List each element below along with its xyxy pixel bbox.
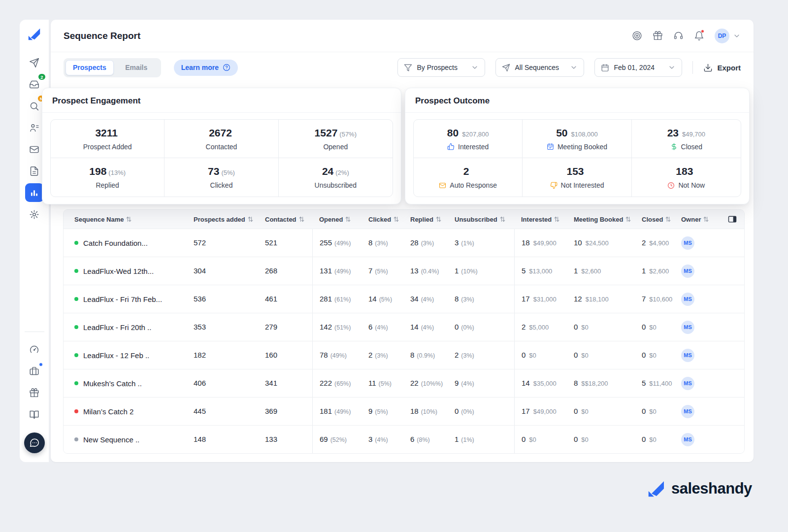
stat-value: 73 — [208, 166, 219, 177]
cell-amount: $49,900 — [533, 239, 557, 247]
learn-more-button[interactable]: Learn more — [174, 60, 238, 76]
sort-icon[interactable] — [394, 216, 399, 222]
column-header-contacted[interactable]: Contacted — [258, 216, 312, 223]
sequence-name[interactable]: Catch Foundation... — [83, 239, 148, 247]
column-header-owner[interactable]: Owner — [674, 216, 720, 223]
filter-icon — [404, 64, 412, 72]
sequence-name[interactable]: Milan’s Catch 2 — [83, 407, 133, 416]
download-icon — [703, 63, 713, 72]
target-icon[interactable] — [632, 31, 642, 41]
cell-closed: 0$0 — [635, 398, 674, 425]
bell-icon[interactable] — [694, 31, 704, 41]
column-header-meeting-booked[interactable]: Meeting Booked — [567, 216, 635, 223]
tab-emails[interactable]: Emails — [114, 60, 159, 75]
sort-icon[interactable] — [665, 216, 671, 222]
cell-interested: 5$13,000 — [514, 257, 567, 285]
cell-closed: 0$0 — [635, 426, 674, 453]
sidebar-item-usage[interactable] — [25, 340, 44, 359]
sidebar-item-prospect-search[interactable]: N — [25, 97, 44, 115]
chevron-down-icon[interactable] — [733, 32, 741, 40]
sidebar-item-resources[interactable] — [25, 405, 44, 424]
owner-avatar[interactable]: MS — [681, 433, 694, 446]
cell-value: 0 — [455, 323, 459, 331]
cell-value: 17 — [522, 407, 530, 415]
cell-clicked: 7(5%) — [361, 257, 403, 285]
sidebar-item-templates[interactable] — [25, 162, 44, 180]
cell-percent: (5%) — [375, 408, 388, 415]
column-header-sequence-name[interactable]: Sequence Name — [64, 216, 187, 223]
owner-avatar[interactable]: MS — [681, 293, 694, 306]
sidebar-item-settings[interactable] — [25, 205, 44, 224]
column-header-unsubscribed[interactable]: Unsubscribed — [448, 216, 514, 223]
sort-icon[interactable] — [554, 216, 559, 222]
table-row[interactable]: LeadFlux - Fri 7th Feb...536461281(61%)1… — [64, 285, 744, 313]
stat-label: Contacted — [206, 143, 237, 151]
sort-icon[interactable] — [500, 216, 505, 222]
cell-value: 8 — [368, 238, 372, 247]
sort-icon[interactable] — [625, 216, 631, 222]
stat-percent: (5%) — [221, 169, 234, 176]
table-row[interactable]: LeadFlux - 12 Feb ..18216078(49%)2(3%)8(… — [64, 341, 744, 369]
cell-percent: (0.4%) — [421, 268, 439, 275]
sequence-name[interactable]: LeadFlux - Fri 20th .. — [83, 323, 151, 332]
headset-icon[interactable] — [673, 31, 684, 41]
sidebar-item-rewards[interactable] — [25, 383, 44, 402]
column-header-replied[interactable]: Replied — [403, 216, 448, 223]
tab-prospects[interactable]: Prospects — [66, 60, 114, 75]
cell-percent: (3%) — [421, 240, 434, 247]
sequence-name[interactable]: LeadFlux-Wed 12th... — [83, 267, 154, 275]
column-header-prospects-added[interactable]: Prospects added — [187, 216, 258, 223]
cell-closed: 2$4,900 — [635, 229, 674, 257]
owner-avatar[interactable]: MS — [681, 265, 694, 278]
by-prospects-dropdown[interactable]: By Prospects — [397, 58, 485, 77]
owner-avatar[interactable]: MS — [681, 236, 694, 250]
table-row[interactable]: Milan’s Catch 2445369181(49%)9(5%)18(10%… — [64, 397, 744, 425]
table-row[interactable]: New Sequence ..14813369(52%)3(4%)6(8%)1(… — [64, 425, 744, 453]
column-header-opened[interactable]: Opened — [312, 216, 361, 223]
column-header-clicked[interactable]: Clicked — [361, 216, 403, 223]
sequence-name[interactable]: LeadFlux - Fri 7th Feb... — [83, 295, 162, 303]
sort-icon[interactable] — [345, 216, 351, 222]
column-header-closed[interactable]: Closed — [635, 216, 674, 223]
all-sequences-dropdown[interactable]: All Sequences — [495, 58, 584, 77]
sidebar-item-sequences[interactable] — [25, 53, 44, 72]
sort-icon[interactable] — [248, 216, 253, 222]
table-row[interactable]: LeadFlux - Fri 20th ..353279142(51%)6(4%… — [64, 313, 744, 341]
column-header-interested[interactable]: Interested — [514, 216, 567, 223]
owner-avatar[interactable]: MS — [681, 349, 694, 362]
sequence-name[interactable]: New Sequence .. — [83, 435, 139, 444]
saleshandy-logo-icon[interactable] — [27, 27, 42, 41]
stat-label: Unsubscribed — [315, 181, 357, 189]
cell-value: 0 — [522, 351, 525, 359]
cell-unsubscribed: 1(10%) — [448, 257, 514, 285]
date-picker[interactable]: Feb 01, 2024 — [594, 58, 682, 77]
sequence-name[interactable]: Mukesh’s Catch .. — [83, 379, 142, 388]
cell-percent: (0%) — [461, 324, 474, 331]
table-row[interactable]: LeadFlux-Wed 12th...304268131(49%)7(5%)1… — [64, 257, 744, 285]
owner-avatar[interactable]: MS — [681, 377, 694, 390]
header-actions: DP — [632, 29, 741, 43]
sidebar-item-reports[interactable] — [25, 183, 44, 202]
chat-button[interactable] — [24, 432, 45, 453]
sort-icon[interactable] — [436, 216, 441, 222]
sort-icon[interactable] — [299, 216, 304, 222]
sort-icon[interactable] — [126, 216, 131, 222]
sidebar-item-email-verification[interactable] — [25, 140, 44, 159]
sort-icon[interactable] — [703, 216, 709, 222]
export-button[interactable]: Export — [703, 63, 741, 72]
cell-meeting-booked: 0$0 — [567, 313, 635, 341]
sequence-name-cell: LeadFlux - 12 Feb .. — [64, 341, 187, 369]
cell-value: 0 — [455, 407, 459, 415]
sequence-name[interactable]: LeadFlux - 12 Feb .. — [83, 351, 149, 360]
sidebar-item-prospects[interactable] — [25, 118, 44, 137]
sidebar-item-agency[interactable] — [25, 362, 44, 380]
sidebar-item-inbox[interactable]: 2 — [25, 75, 44, 94]
gift-icon[interactable] — [653, 31, 663, 41]
avatar[interactable]: DP — [715, 29, 729, 43]
account-menu[interactable]: DP — [715, 29, 741, 43]
owner-avatar[interactable]: MS — [681, 321, 694, 334]
table-row[interactable]: Catch Foundation...572521255(49%)8(3%)28… — [64, 229, 744, 257]
owner-avatar[interactable]: MS — [681, 405, 694, 418]
column-settings-button[interactable] — [720, 214, 744, 224]
table-row[interactable]: Mukesh’s Catch ..406341222(65%)11(5%)22(… — [64, 369, 744, 397]
